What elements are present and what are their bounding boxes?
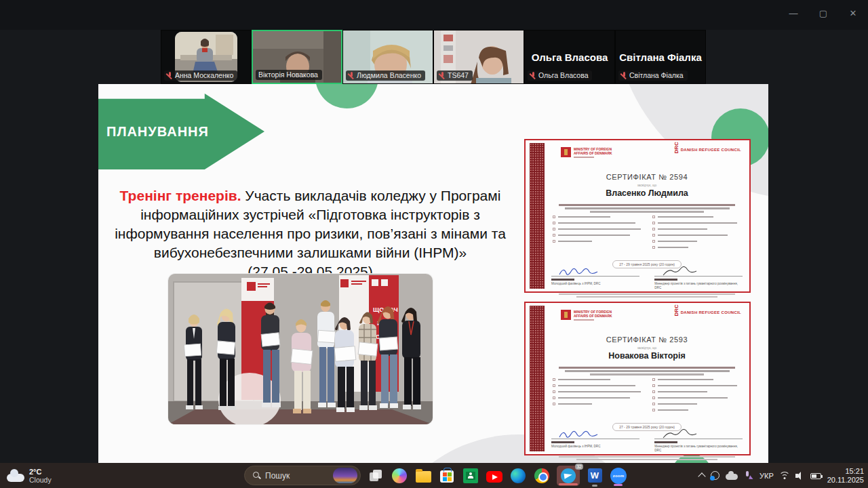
word-button[interactable]: W — [586, 467, 604, 485]
name-badge: Вікторія Новакова — [256, 70, 322, 80]
wifi-icon[interactable] — [780, 472, 789, 479]
folder-icon — [416, 471, 431, 483]
search-placeholder: Пошук — [265, 471, 328, 481]
certificate-number: СЕРТИФІКАТ № 2593 — [551, 336, 743, 344]
ministry-logo: MINISTRY OF FOREIGN AFFAIRS OF DENMARK — [561, 310, 627, 321]
file-explorer-button[interactable] — [414, 467, 432, 485]
slide-heading-red: Тренінг тренерів. — [120, 188, 241, 203]
telegram-button[interactable]: 32 — [557, 466, 580, 486]
certificate-side-pattern — [530, 306, 545, 451]
volume-icon[interactable] — [795, 472, 804, 480]
window-controls: — ▢ ✕ — [778, 4, 868, 22]
ministry-text: MINISTRY OF FOREIGN AFFAIRS OF DENMARK — [574, 147, 627, 155]
word-open-indicator — [592, 485, 597, 487]
desktop-screen: — ▢ ✕ — [0, 0, 868, 488]
participant-strip: Анна Москаленко Вікторія Новакова — [161, 30, 706, 84]
name-badge: Анна Москаленко — [164, 70, 237, 81]
mic-muted-icon — [621, 72, 627, 79]
search-input[interactable]: Пошук — [244, 466, 361, 485]
chrome-icon — [534, 468, 549, 483]
maximize-button[interactable]: ▢ — [808, 4, 838, 22]
clock-widget[interactable]: 15:21 20.11.2025 — [827, 467, 864, 485]
signature-right: Менеджер проектів з питань гуманітарного… — [654, 430, 743, 453]
ministry-emblem-icon — [561, 147, 571, 157]
participant-name: Світлана Фіалка — [629, 71, 684, 79]
start-button[interactable] — [220, 467, 238, 485]
tray-date: 20.11.2025 — [827, 476, 864, 485]
drc-logo: DRC DANISH REFUGEE COUNCIL — [673, 310, 741, 316]
tray-time: 15:21 — [827, 467, 864, 476]
participant-tile[interactable]: Анна Москаленко — [161, 30, 252, 84]
participant-tile[interactable]: TS647 — [433, 30, 524, 84]
signature-right: Менеджер проектів з питань гуманітарного… — [654, 268, 743, 290]
signer-role: Молодший фахівець з ІНРМ, DRC — [551, 282, 639, 286]
search-daily-image — [333, 468, 357, 483]
weather-widget[interactable]: 2°C Cloudy — [7, 468, 52, 484]
classroom-icon — [463, 468, 478, 483]
name-badge: Ольга Власова — [528, 70, 592, 81]
windows-taskbar: 2°C Cloudy Пошук 32 — [0, 463, 868, 488]
participant-tile[interactable]: Людмила Власенко — [342, 30, 433, 84]
system-tray: УКР 15:21 20.11.2025 — [699, 467, 864, 485]
certificate-topic-list — [553, 378, 743, 415]
battery-icon[interactable] — [810, 473, 821, 479]
shared-slide: ПЛАНУВАННЯ Тренінг тренерів. Участь викл… — [98, 84, 768, 463]
search-icon — [253, 472, 260, 479]
certificate-1: MINISTRY OF FOREIGN AFFAIRS OF DENMARK D… — [524, 139, 751, 293]
tray-chevron-up-icon[interactable] — [698, 472, 705, 480]
signer-role: Молодший фахівець з ІНРМ, DRC — [551, 445, 639, 449]
chrome-button[interactable] — [533, 467, 551, 485]
drc-vertical-text: DRC — [673, 147, 679, 154]
signer-role: Менеджер проектів з питань гуманітарного… — [654, 282, 743, 290]
edge-button[interactable] — [509, 467, 527, 485]
certificate-paragraph — [555, 365, 738, 377]
certificate-fineprint — [551, 292, 743, 299]
onedrive-cloud-icon[interactable] — [726, 474, 738, 480]
ministry-text: MINISTRY OF FOREIGN AFFAIRS OF DENMARK — [574, 310, 627, 318]
name-badge: Світлана Фіалка — [618, 70, 688, 81]
name-badge: Людмила Власенко — [346, 70, 425, 81]
youtube-icon — [486, 471, 502, 483]
certificate-topic-list — [553, 216, 743, 252]
mic-muted-icon — [167, 72, 173, 79]
participant-tile-no-video[interactable]: Світлана Фіалка Світлана Фіалка — [615, 30, 706, 84]
copilot-button[interactable] — [391, 467, 408, 485]
participant-tile-active-speaker[interactable]: Вікторія Новакова — [252, 30, 342, 84]
certificate-holder-name: Новакова Вікторія — [551, 351, 743, 361]
zoom-app-button[interactable]: zoom — [610, 467, 627, 485]
drc-words: DANISH REFUGEE COUNCIL — [681, 310, 741, 315]
participant-name: Анна Москаленко — [175, 71, 233, 79]
drc-logo: DRC DANISH REFUGEE COUNCIL — [673, 147, 741, 153]
task-view-button[interactable] — [367, 467, 384, 485]
minimize-button[interactable]: — — [778, 4, 808, 22]
participant-name: Вікторія Новакова — [258, 70, 318, 79]
signature-left: Молодший фахівець з ІНРМ, DRC — [551, 268, 639, 290]
cloud-icon — [7, 474, 24, 482]
copilot-icon — [392, 468, 407, 483]
certificate-holder-name: Власенко Людмила — [551, 188, 743, 198]
certificate-side-pattern — [530, 143, 545, 289]
zoom-active-indicator — [614, 484, 623, 486]
classroom-button[interactable] — [462, 467, 479, 485]
update-sync-icon[interactable] — [711, 471, 719, 480]
mic-pen-icon[interactable] — [744, 471, 753, 480]
name-badge: TS647 — [437, 70, 473, 81]
mic-muted-icon — [530, 72, 536, 79]
mic-muted-icon — [349, 72, 355, 79]
participant-tile-no-video[interactable]: Ольга Власова Ольга Власова — [524, 30, 615, 84]
youtube-button[interactable] — [486, 467, 503, 485]
close-button[interactable]: ✕ — [838, 4, 868, 22]
microsoft-store-button[interactable] — [438, 467, 456, 485]
weather-temp: 2°C — [29, 468, 52, 476]
telegram-active-indicator — [559, 483, 578, 485]
certificate-fineprint — [551, 455, 743, 462]
zoom-window-titlebar: — ▢ ✕ — [0, 0, 868, 30]
mic-muted-icon — [439, 72, 446, 79]
section-arrow-banner: ПЛАНУВАННЯ — [98, 94, 264, 169]
edge-icon — [511, 468, 526, 483]
drc-vertical-text: DRC — [673, 310, 679, 317]
participant-name: TS647 — [448, 71, 469, 79]
language-indicator[interactable]: УКР — [760, 472, 774, 480]
certificate-certifies: засвідчує, що — [551, 184, 743, 187]
section-title: ПЛАНУВАННЯ — [98, 124, 209, 140]
